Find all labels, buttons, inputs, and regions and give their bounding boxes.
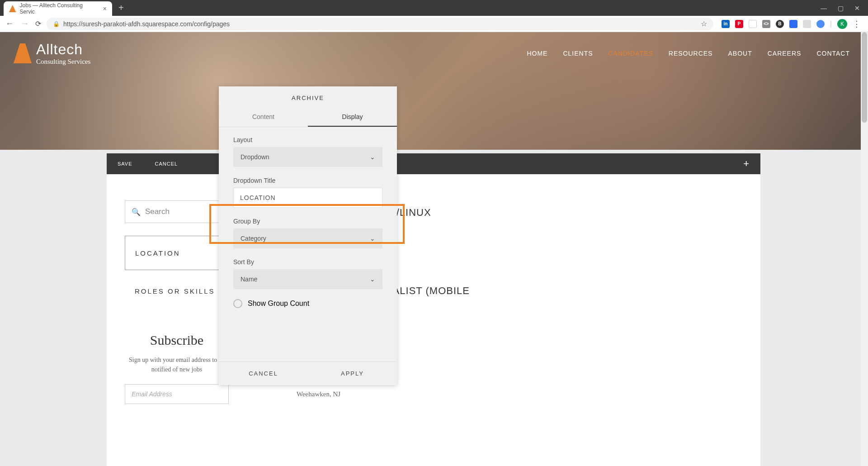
close-icon[interactable]: × xyxy=(103,5,107,12)
star-icon[interactable]: ☆ xyxy=(701,19,707,28)
site-logo[interactable]: Alltech Consulting Services xyxy=(14,41,90,66)
nav-contact[interactable]: CONTACT xyxy=(816,50,850,57)
extension-icon[interactable]: B xyxy=(776,20,784,28)
tab-title: Jobs — Alltech Consulting Servic xyxy=(19,2,96,15)
dropdown-title-label: Dropdown Title xyxy=(233,177,382,184)
extension-icon[interactable] xyxy=(749,20,757,28)
scrollbar[interactable] xyxy=(861,32,868,466)
pinterest-icon[interactable]: P xyxy=(735,20,743,28)
favicon-icon xyxy=(9,5,16,12)
back-button[interactable]: ← xyxy=(5,19,14,29)
sort-by-label: Sort By xyxy=(233,258,382,266)
nav-home[interactable]: HOME xyxy=(527,50,547,57)
nav-candidates[interactable]: CANDIDATES xyxy=(609,50,653,57)
forward-button[interactable]: → xyxy=(20,19,30,29)
nav-about[interactable]: ABOUT xyxy=(728,50,752,57)
group-by-select[interactable]: Category ⌄ xyxy=(233,228,382,248)
browser-tab[interactable]: Jobs — Alltech Consulting Servic × xyxy=(4,1,112,16)
dropdown-title-input[interactable]: LOCATION xyxy=(233,188,382,208)
archive-settings-modal: ARCHIVE Content Display Layout Dropdown … xyxy=(219,86,397,385)
address-bar[interactable]: 🔒 https://suresh-parakoti-afdh.squarespa… xyxy=(47,18,713,30)
subscribe-description: Sign up with your email address to be no… xyxy=(125,355,229,374)
reload-button[interactable]: ⟳ xyxy=(35,19,41,28)
close-window-icon[interactable]: ✕ xyxy=(854,5,860,12)
modal-apply-button[interactable]: APPLY xyxy=(308,362,397,385)
modal-title: ARCHIVE xyxy=(219,86,397,108)
lock-icon: 🔒 xyxy=(53,21,60,27)
add-block-button[interactable]: + xyxy=(743,158,750,170)
linkedin-icon[interactable]: in xyxy=(722,20,730,28)
logo-mark-icon xyxy=(14,43,32,63)
tab-display[interactable]: Display xyxy=(308,108,397,127)
chevron-down-icon: ⌄ xyxy=(370,235,375,242)
save-button[interactable]: SAVE xyxy=(118,161,132,166)
brand-name: Alltech xyxy=(36,41,90,58)
minimize-icon[interactable]: — xyxy=(821,5,827,12)
editor-action-bar: SAVE CANCEL + xyxy=(107,153,760,174)
show-group-count-toggle[interactable]: Show Group Count xyxy=(233,299,382,308)
tab-content[interactable]: Content xyxy=(219,108,308,127)
nav-resources[interactable]: RESOURCES xyxy=(669,50,713,57)
nav-clients[interactable]: CLIENTS xyxy=(563,50,593,57)
extension-icon[interactable]: <> xyxy=(762,20,770,28)
kebab-menu-icon[interactable]: ⋮ xyxy=(853,19,861,29)
chevron-down-icon: ⌄ xyxy=(370,153,375,161)
new-tab-button[interactable]: + xyxy=(118,3,124,13)
toggle-icon xyxy=(233,299,242,308)
maximize-icon[interactable]: ▢ xyxy=(838,5,844,12)
modal-cancel-button[interactable]: CANCEL xyxy=(219,362,308,385)
cancel-button[interactable]: CANCEL xyxy=(155,161,178,166)
layout-label: Layout xyxy=(233,136,382,143)
search-icon: 🔍 xyxy=(132,208,141,216)
nav-careers[interactable]: CAREERS xyxy=(768,50,802,57)
group-by-label: Group By xyxy=(233,218,382,225)
extension-icon[interactable] xyxy=(789,20,797,28)
extension-icon[interactable] xyxy=(816,20,825,28)
search-placeholder: Search xyxy=(145,207,170,216)
profile-avatar[interactable]: K xyxy=(837,19,847,29)
job-location: Weehawken, NJ xyxy=(297,390,340,398)
extension-icon[interactable] xyxy=(803,20,811,28)
site-nav: HOME CLIENTS CANDIDATES RESOURCES ABOUT … xyxy=(527,50,850,57)
layout-select[interactable]: Dropdown ⌄ xyxy=(233,147,382,167)
sort-by-select[interactable]: Name ⌄ xyxy=(233,269,382,289)
url-text: https://suresh-parakoti-afdh.squarespace… xyxy=(63,20,230,28)
chevron-down-icon: ⌄ xyxy=(370,276,375,283)
email-field[interactable]: Email Address xyxy=(125,384,229,404)
subscribe-title: Subscribe xyxy=(125,333,229,348)
brand-tagline: Consulting Services xyxy=(36,58,90,66)
